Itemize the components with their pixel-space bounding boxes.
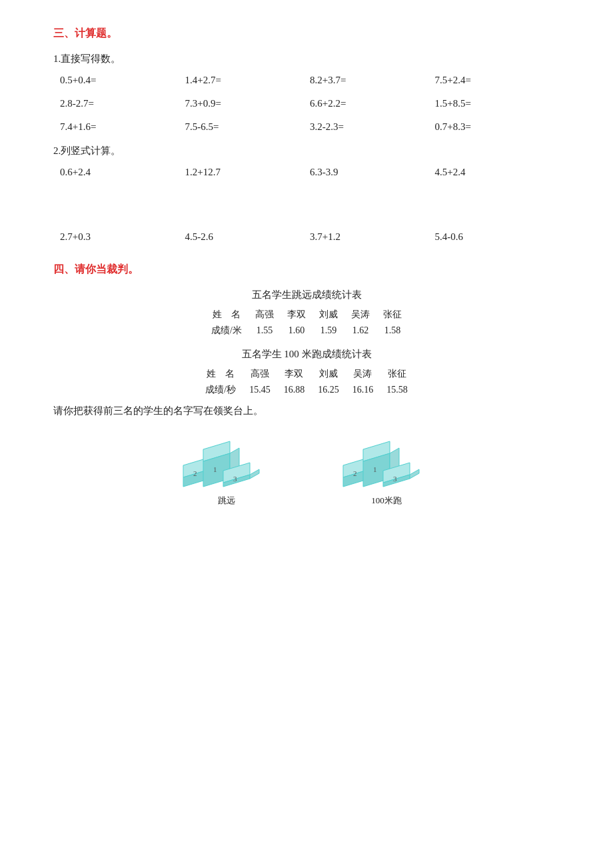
table1-title: 五名学生跳远成绩统计表: [53, 289, 560, 301]
judge-text: 请你把获得前三名的学生的名字写在领奖台上。: [53, 405, 560, 417]
table2-header: 姓 名: [199, 366, 243, 382]
table2-title: 五名学生 100 米跑成绩统计表: [53, 348, 560, 361]
table1: 姓 名 高强 李双 刘威 吴涛 张征 成绩/米 1.55 1.60 1.59 1…: [205, 307, 408, 339]
vertical-item: 4.5-2.6: [185, 231, 310, 243]
svg-text:3: 3: [233, 475, 237, 483]
vertical-calc-grid: 0.6+2.4 1.2+12.7 6.3-3.9 4.5+2.4 2.7+0.3…: [53, 167, 560, 243]
table2-cell: 16.16: [346, 382, 380, 398]
vertical-item: 4.5+2.4: [435, 167, 560, 178]
section-four-title: 四、请你当裁判。: [53, 263, 560, 277]
math-item: 8.2+3.7=: [310, 75, 435, 86]
vertical-item: 0.6+2.4: [60, 167, 185, 178]
podium2-label: 100米跑: [371, 495, 402, 507]
vertical-item: 1.2+12.7: [185, 167, 310, 178]
table1-cell: 1.59: [312, 323, 344, 339]
math-item: 2.8-2.7=: [60, 98, 185, 109]
math-item: 0.5+0.4=: [60, 75, 185, 86]
podium-area: 2 1: [53, 431, 560, 507]
math-item: 3.2-2.3=: [310, 121, 435, 133]
table2-header: 李双: [277, 366, 312, 382]
vertical-item: 2.7+0.3: [60, 231, 185, 243]
table2: 姓 名 高强 李双 刘威 吴涛 张征 成绩/秒 15.45 16.88 16.2…: [199, 366, 414, 398]
math-item: 0.7+8.3=: [435, 121, 560, 133]
vertical-item: 3.7+1.2: [310, 231, 435, 243]
vertical-item: 5.4-0.6: [435, 231, 560, 243]
math-item: 7.3+0.9=: [185, 98, 310, 109]
table2-cell: 成绩/秒: [199, 382, 243, 398]
math-item: 7.5-6.5=: [185, 121, 310, 133]
table1-header: 张征: [376, 307, 408, 323]
podium1: 2 1: [173, 431, 280, 507]
table1-header: 高强: [249, 307, 281, 323]
table1-cell: 1.58: [376, 323, 408, 339]
svg-marker-10: [250, 469, 259, 479]
podium2-svg: 2 1 3: [333, 431, 440, 491]
sub-title-1: 1.直接写得数。: [53, 53, 560, 65]
table1-cell: 1.55: [249, 323, 281, 339]
math-item: 7.4+1.6=: [60, 121, 185, 133]
podium1-label: 跳远: [218, 495, 235, 507]
math-item: 7.5+2.4=: [435, 75, 560, 86]
table1-header: 吴涛: [344, 307, 376, 323]
vertical-item: 6.3-3.9: [310, 167, 435, 178]
math-item: 1.4+2.7=: [185, 75, 310, 86]
svg-text:2: 2: [193, 469, 197, 477]
table2-header: 吴涛: [346, 366, 380, 382]
table2-cell: 15.58: [380, 382, 414, 398]
svg-text:1: 1: [373, 465, 377, 473]
table1-header: 李双: [281, 307, 312, 323]
sub-title-2: 2.列竖式计算。: [53, 145, 560, 157]
svg-text:2: 2: [353, 469, 357, 477]
math-item: 1.5+8.5=: [435, 98, 560, 109]
table1-header: 姓 名: [205, 307, 249, 323]
table1-header: 刘威: [312, 307, 344, 323]
math-item: 6.6+2.2=: [310, 98, 435, 109]
table2-cell: 16.25: [311, 382, 346, 398]
table2-header: 高强: [243, 366, 277, 382]
section-three-title: 三、计算题。: [53, 27, 560, 41]
svg-text:3: 3: [393, 475, 397, 483]
math-grid-row1: 0.5+0.4= 1.4+2.7= 8.2+3.7= 7.5+2.4= 2.8-…: [53, 75, 560, 133]
podium2: 2 1 3 100米跑: [333, 431, 440, 507]
table2-cell: 16.88: [277, 382, 312, 398]
svg-marker-22: [410, 469, 419, 479]
table2-cell: 15.45: [243, 382, 277, 398]
table1-cell: 1.62: [344, 323, 376, 339]
table1-cell: 1.60: [281, 323, 312, 339]
table2-header: 张征: [380, 366, 414, 382]
table1-cell: 成绩/米: [205, 323, 249, 339]
podium1-svg: 2 1: [173, 431, 280, 491]
table2-header: 刘威: [311, 366, 346, 382]
svg-text:1: 1: [213, 465, 217, 473]
